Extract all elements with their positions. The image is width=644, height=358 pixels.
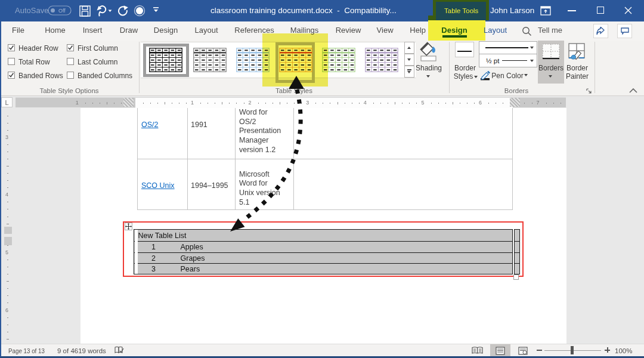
svg-text:Off: Off [58, 8, 66, 14]
